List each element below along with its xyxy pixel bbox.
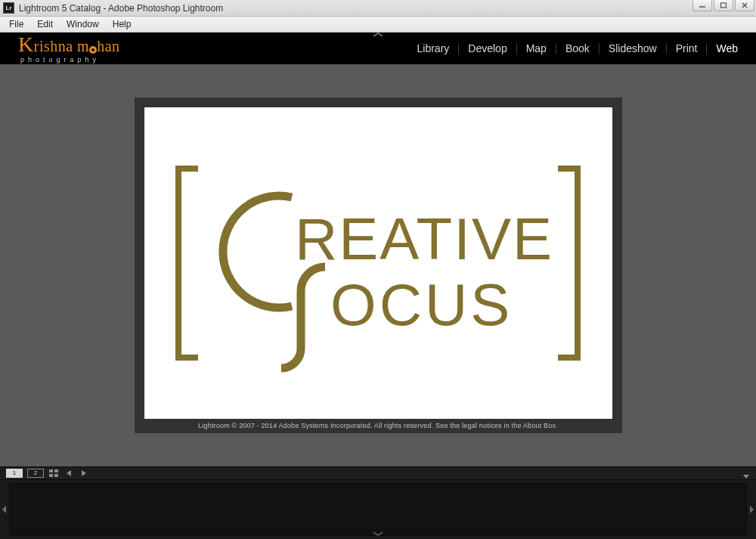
svg-marker-14 [750,506,754,513]
svg-text:REATIVE: REATIVE [295,206,553,272]
menu-edit[interactable]: Edit [31,17,59,31]
splash-image: REATIVE OCUS [144,107,612,419]
creative-focus-logo: REATIVE OCUS [166,153,590,373]
svg-text:OCUS: OCUS [330,271,513,338]
next-arrow-icon[interactable] [79,469,89,478]
filmstrip-toolbar: 1 2 [0,466,756,480]
menu-window[interactable]: Window [60,17,105,31]
menu-file[interactable]: File [3,17,29,31]
svg-rect-7 [54,469,58,472]
work-area: REATIVE OCUS Lightroom © 2007 - 2014 Ado… [0,64,756,466]
filmstrip-track[interactable] [9,483,747,536]
filmstrip-left-handle[interactable] [0,480,9,539]
app-icon: Lr [3,2,14,14]
minimize-button[interactable] [692,0,712,11]
module-header: Krishna mhan photography Library Develop… [0,33,756,64]
module-picker: Library Develop Map Book Slideshow Print… [408,43,748,54]
module-slideshow[interactable]: Slideshow [600,43,667,54]
page-indicator-1[interactable]: 1 [6,469,23,478]
svg-rect-8 [49,474,53,477]
splash-footer-text: Lightroom © 2007 - 2014 Adobe Systems In… [144,419,612,430]
splash-panel: REATIVE OCUS Lightroom © 2007 - 2014 Ado… [135,98,622,433]
module-print[interactable]: Print [667,43,708,54]
page-indicator-2[interactable]: 2 [27,469,44,478]
filmstrip-collapse-handle[interactable] [372,531,384,538]
maximize-button[interactable] [714,0,733,11]
svg-rect-9 [54,474,58,477]
module-library[interactable]: Library [408,43,460,54]
svg-marker-13 [2,506,6,513]
filmstrip-right-handle[interactable] [747,480,756,539]
identity-plate[interactable]: Krishna mhan photography [18,34,120,64]
prev-arrow-icon[interactable] [64,469,74,478]
grid-view-icon[interactable] [48,469,59,478]
module-develop[interactable]: Develop [459,43,516,54]
module-map[interactable]: Map [517,43,556,54]
filmstrip [0,480,756,539]
svg-marker-12 [743,475,749,479]
window-title: Lightroom 5 Catalog - Adobe Photoshop Li… [19,3,223,14]
menubar: File Edit Window Help [0,17,756,33]
svg-marker-11 [82,470,86,476]
svg-marker-10 [67,470,71,476]
svg-rect-6 [49,469,53,472]
menu-help[interactable]: Help [107,17,138,31]
header-collapse-handle[interactable] [367,32,389,38]
window-titlebar: Lr Lightroom 5 Catalog - Adobe Photoshop… [0,0,756,17]
aperture-dot-icon [89,46,97,54]
identity-line2: photography [18,57,120,64]
svg-rect-1 [721,3,727,8]
module-web[interactable]: Web [707,43,747,54]
close-button[interactable] [735,0,754,11]
identity-line1: Krishna mhan [18,34,120,55]
module-book[interactable]: Book [556,43,600,54]
